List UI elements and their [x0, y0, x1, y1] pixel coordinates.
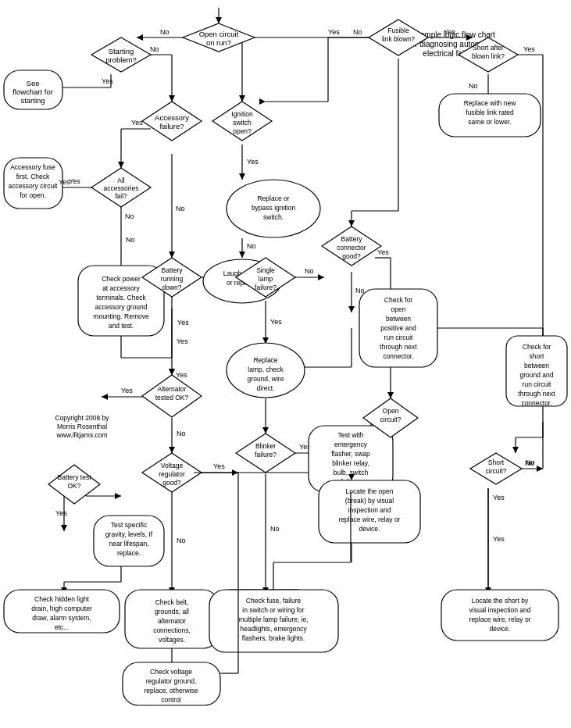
svg-text:circuit?: circuit?	[486, 467, 507, 475]
svg-text:tested OK?: tested OK?	[155, 394, 189, 401]
svg-marker-123	[537, 466, 543, 472]
svg-text:Yes: Yes	[328, 28, 340, 36]
svg-text:replace.: replace.	[117, 549, 141, 557]
svg-marker-94	[348, 220, 355, 227]
svg-marker-1	[216, 17, 222, 23]
svg-text:No: No	[126, 236, 135, 244]
svg-text:All: All	[117, 177, 125, 184]
svg-text:multiple lamp failure, ie,: multiple lamp failure, ie,	[238, 616, 308, 623]
svg-text:at accessory: at accessory	[102, 284, 140, 292]
svg-text:accessory ground: accessory ground	[95, 303, 147, 311]
svg-text:Ignition: Ignition	[231, 110, 253, 118]
svg-text:Check belt,: Check belt,	[155, 598, 189, 606]
svg-text:Open: Open	[383, 407, 399, 415]
svg-text:Locate the open: Locate the open	[346, 487, 394, 495]
svg-text:Test specific: Test specific	[111, 521, 148, 529]
svg-text:connector.: connector.	[383, 352, 413, 360]
svg-text:first. Check: first. Check	[16, 173, 50, 180]
svg-marker-21	[169, 252, 175, 258]
svg-text:headlights, emergency: headlights, emergency	[240, 625, 307, 633]
svg-text:failure?: failure?	[159, 122, 184, 130]
svg-text:fail?: fail?	[115, 192, 127, 200]
svg-text:Replace: Replace	[253, 356, 277, 364]
svg-text:ground, wire: ground, wire	[248, 375, 284, 383]
svg-text:on run?: on run?	[206, 38, 231, 47]
svg-text:lamp, check: lamp, check	[248, 366, 284, 373]
svg-text:between: between	[524, 362, 549, 369]
svg-text:Voltage: Voltage	[161, 462, 184, 469]
svg-text:replace, otherwise: replace, otherwise	[145, 687, 198, 694]
svg-text:bypass ignition: bypass ignition	[252, 204, 296, 212]
svg-marker-89	[348, 306, 355, 312]
svg-text:grounds, all: grounds, all	[155, 608, 189, 616]
svg-text:No: No	[525, 459, 534, 467]
svg-text:Yes: Yes	[102, 77, 113, 85]
svg-text:flasher, swap: flasher, swap	[331, 450, 370, 458]
svg-text:Yes: Yes	[121, 387, 133, 394]
svg-text:between: between	[386, 315, 411, 323]
svg-text:drain, high computer: drain, high computer	[31, 605, 92, 612]
svg-text:Yes: Yes	[493, 535, 505, 543]
svg-text:(break) by visual: (break) by visual	[345, 497, 394, 505]
svg-text:through next: through next	[380, 343, 417, 351]
svg-marker-50	[61, 525, 67, 531]
svg-text:No: No	[160, 28, 170, 36]
svg-text:Check power: Check power	[102, 275, 141, 283]
svg-text:device.: device.	[359, 525, 380, 533]
svg-text:positive and: positive and	[380, 324, 416, 332]
svg-marker-47	[115, 493, 121, 499]
svg-text:Single: Single	[256, 266, 275, 274]
svg-text:Yes: Yes	[177, 337, 188, 345]
svg-text:Yes: Yes	[55, 509, 67, 517]
svg-text:Yes: Yes	[247, 158, 259, 166]
svg-text:No: No	[270, 525, 280, 533]
copyright-line2: Morris Rosenthal	[57, 423, 107, 430]
svg-text:good?: good?	[162, 479, 181, 487]
svg-text:down?: down?	[162, 284, 181, 291]
svg-text:No: No	[305, 267, 314, 275]
svg-text:replace wire, relay or: replace wire, relay or	[469, 616, 531, 623]
svg-text:Yes: Yes	[493, 494, 505, 501]
svg-text:open: open	[391, 305, 406, 313]
svg-text:See: See	[27, 79, 40, 87]
svg-text:OK?: OK?	[67, 482, 80, 490]
svg-text:Yes: Yes	[444, 28, 455, 36]
svg-text:Check fuse, failure: Check fuse, failure	[246, 597, 302, 605]
svg-text:gravity, levels, If: gravity, levels, If	[105, 530, 153, 538]
copyright-line3: www.ifitjams.com	[55, 431, 107, 439]
svg-marker-121	[387, 392, 394, 398]
svg-text:Accessory fuse: Accessory fuse	[10, 163, 55, 171]
svg-text:open?: open?	[233, 127, 252, 135]
svg-text:Starting: Starting	[109, 47, 134, 55]
svg-text:Yes: Yes	[69, 177, 80, 185]
svg-text:No: No	[125, 212, 134, 220]
svg-text:Battery: Battery	[341, 235, 363, 243]
svg-text:Check for: Check for	[384, 296, 413, 304]
svg-text:fusible link rated: fusible link rated	[466, 109, 514, 116]
svg-text:lamp: lamp	[259, 275, 273, 283]
svg-text:flowchart for: flowchart for	[12, 87, 53, 96]
svg-marker-77	[262, 427, 269, 434]
svg-text:No: No	[177, 537, 186, 544]
svg-text:Battery test: Battery test	[58, 473, 92, 481]
svg-text:No: No	[247, 242, 256, 250]
svg-text:run circuit: run circuit	[523, 380, 551, 388]
copyright-line1: Copyright 2008 by	[55, 414, 110, 422]
svg-text:visual inspection and: visual inspection and	[469, 606, 531, 614]
flowchart-container: Example logic flow chart for diagnosing …	[0, 0, 571, 728]
svg-text:Replace or: Replace or	[257, 194, 289, 202]
svg-text:emergency: emergency	[334, 441, 368, 448]
svg-text:run circuit: run circuit	[384, 334, 413, 341]
svg-text:and test.: and test.	[109, 322, 134, 330]
svg-text:No: No	[355, 287, 365, 294]
svg-text:Alternator: Alternator	[158, 385, 187, 393]
svg-text:accessory circuit: accessory circuit	[9, 182, 58, 190]
svg-marker-74	[318, 274, 324, 280]
svg-text:terminals. Check: terminals. Check	[96, 294, 146, 302]
svg-text:near lifespan,: near lifespan,	[109, 540, 148, 548]
svg-text:direct.: direct.	[256, 384, 274, 392]
svg-marker-40	[102, 394, 108, 400]
svg-text:Check hidden light: Check hidden light	[34, 595, 90, 603]
svg-marker-264	[169, 369, 175, 375]
svg-text:alternator: alternator	[158, 617, 186, 625]
